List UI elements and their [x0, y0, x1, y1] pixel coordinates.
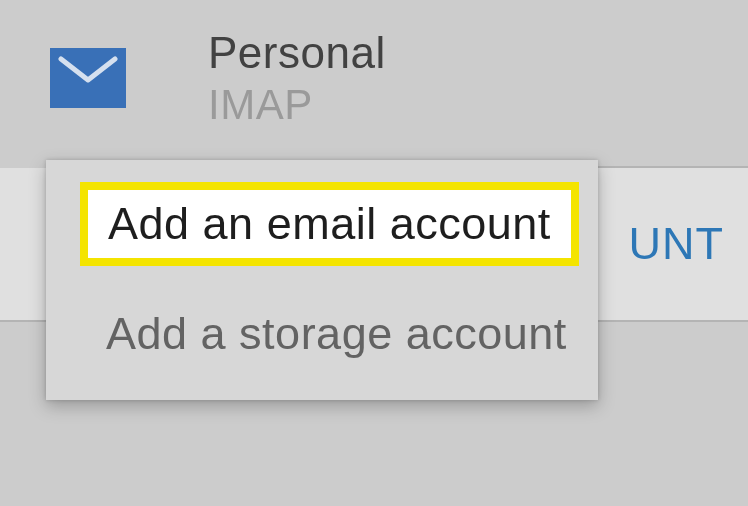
- add-account-popup: Add an email account Add a storage accou…: [46, 160, 598, 400]
- account-name: Personal: [208, 28, 386, 79]
- add-account-button[interactable]: UNT: [629, 218, 724, 270]
- menu-item-add-email[interactable]: Add an email account: [80, 182, 579, 266]
- account-row[interactable]: Personal IMAP: [0, 0, 748, 149]
- account-text: Personal IMAP: [208, 28, 386, 129]
- mail-icon: [50, 48, 126, 108]
- account-type: IMAP: [208, 81, 386, 129]
- menu-item-add-storage[interactable]: Add a storage account: [46, 308, 598, 360]
